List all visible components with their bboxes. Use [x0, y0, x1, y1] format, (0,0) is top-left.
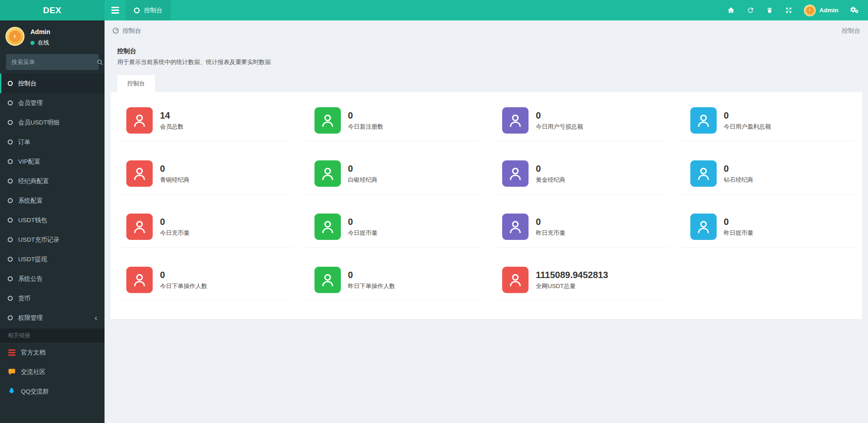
- user-icon: [132, 166, 147, 181]
- stat-label: 全网USDT总量: [536, 282, 608, 290]
- stat-value: 0: [348, 164, 378, 174]
- stat-text: 0 白银经纪商: [348, 164, 378, 184]
- stat-card-today-user-loss: 0 今日用户亏损总额: [493, 107, 668, 141]
- stat-value: 0: [724, 110, 771, 121]
- sidebar-item-console[interactable]: 控制台: [0, 74, 105, 93]
- stat-card-gold-brokers: 0 黄金经纪商: [493, 160, 668, 194]
- stat-value: 0: [536, 164, 565, 174]
- user-icon-badge: [502, 267, 529, 293]
- sidebar-link-label: QQ交流群: [21, 388, 49, 396]
- topbar-tab-console[interactable]: 控制台: [125, 0, 171, 20]
- user-icon: [508, 272, 523, 288]
- sidebar-item-currency[interactable]: 货币: [0, 289, 105, 308]
- sidebar-section-header: 相关链接: [0, 328, 105, 343]
- panel-description: 用于展示当前系统中的统计数据、统计报表及重要实时数据: [117, 58, 855, 66]
- tab-content: 14 会员总数 0 今日新注册数 0 今日用户亏损总额: [110, 92, 862, 319]
- user-icon-badge: [690, 107, 717, 134]
- lightning-icon: [12, 33, 18, 40]
- sidebar-toggle-button[interactable]: [105, 0, 125, 20]
- qq-penguin-icon: [8, 388, 15, 395]
- main-content: 控制台 控制台 控制台 用于展示当前系统中的统计数据、统计报表及重要实时数据 控…: [105, 20, 868, 423]
- stat-text: 0 今日下单操作人数: [160, 270, 207, 290]
- circle-icon: [8, 159, 13, 164]
- sidebar-item-member-usdt-detail[interactable]: 会员USDT明细: [0, 113, 105, 132]
- stat-label: 今日充币量: [160, 229, 190, 237]
- user-icon: [320, 272, 335, 288]
- sidebar-item-announcements[interactable]: 系统公告: [0, 269, 105, 289]
- user-icon: [696, 166, 711, 181]
- stat-card-today-order-users: 0 今日下单操作人数: [117, 267, 292, 301]
- tab-console[interactable]: 控制台: [117, 75, 155, 92]
- user-icon-badge: [314, 107, 341, 134]
- sidebar-item-vip-config[interactable]: VIP配置: [0, 152, 105, 171]
- trash-icon: [766, 6, 773, 14]
- sidebar-user-avatar: [5, 27, 25, 46]
- sidebar-item-usdt-wallet[interactable]: USDT钱包: [0, 210, 105, 230]
- stat-card-today-withdraw-volume: 0 今日提币量: [305, 214, 480, 248]
- fullscreen-button[interactable]: [779, 0, 798, 20]
- topbar-actions: Admin: [721, 0, 868, 20]
- stat-label: 昨日充币量: [536, 229, 565, 237]
- stat-value: 0: [160, 164, 190, 174]
- user-icon: [132, 219, 147, 234]
- user-avatar: [804, 5, 816, 16]
- sidebar-link-community[interactable]: 交流社区: [0, 362, 105, 382]
- brand-logo[interactable]: DEX: [0, 0, 105, 20]
- sidebar-item-system-config[interactable]: 系统配置: [0, 191, 105, 210]
- sidebar-item-broker-config[interactable]: 经纪商配置: [0, 171, 105, 191]
- stat-card-today-deposit-volume: 0 今日充币量: [117, 214, 292, 248]
- stat-text: 1115089.9452813 全网USDT总量: [536, 270, 608, 290]
- sidebar-link-official-docs[interactable]: 官方文档: [0, 343, 105, 362]
- user-icon: [508, 113, 523, 128]
- stats-grid: 14 会员总数 0 今日新注册数 0 今日用户亏损总额: [110, 107, 862, 301]
- stat-label: 黄金经纪商: [536, 176, 565, 184]
- circle-icon: [8, 100, 13, 105]
- search-submit-button[interactable]: [97, 59, 103, 65]
- user-icon: [132, 113, 147, 128]
- online-status-label: 在线: [38, 39, 49, 47]
- trash-button[interactable]: [760, 0, 779, 20]
- sidebar-item-usdt-withdraw[interactable]: USDT提现: [0, 249, 105, 269]
- chevron-left-icon: ‹: [95, 314, 97, 322]
- sidebar-link-qq-group[interactable]: QQ交流群: [0, 382, 105, 401]
- stat-label: 钻石经纪商: [724, 176, 753, 184]
- stat-value: 0: [160, 270, 207, 280]
- user-icon-badge: [690, 160, 717, 187]
- user-icon-badge: [314, 214, 341, 240]
- stat-label: 今日用户盈利总额: [724, 123, 771, 131]
- sidebar-user-status: 在线: [30, 39, 50, 47]
- sidebar-item-members[interactable]: 会员管理: [0, 93, 105, 113]
- doc-list-icon: [8, 349, 15, 356]
- home-button[interactable]: [721, 0, 741, 20]
- sidebar-item-usdt-deposit-records[interactable]: USDT充币记录: [0, 230, 105, 249]
- expand-arrows-icon: [785, 6, 793, 14]
- stat-value: 0: [536, 110, 583, 121]
- user-icon-badge: [126, 267, 153, 293]
- breadcrumb-label: 控制台: [123, 27, 141, 35]
- user-icon-badge: [126, 214, 153, 240]
- settings-button[interactable]: [844, 0, 864, 20]
- app-root: DEX 控制台: [0, 0, 868, 423]
- circle-icon: [8, 179, 13, 184]
- user-icon-badge: [126, 160, 153, 187]
- cogs-icon: [850, 6, 858, 14]
- menu-search-input[interactable]: [6, 59, 97, 65]
- sidebar-item-permissions[interactable]: 权限管理 ‹: [0, 308, 105, 328]
- topbar-user-menu[interactable]: Admin: [798, 5, 844, 16]
- stat-label: 青铜经纪商: [160, 176, 190, 184]
- sidebar-item-orders[interactable]: 订单: [0, 132, 105, 152]
- stat-value: 0: [348, 110, 384, 121]
- user-icon-badge: [502, 107, 529, 134]
- dashboard-gauge-icon: [112, 27, 119, 34]
- comment-icon: [8, 368, 15, 375]
- breadcrumb-right-label[interactable]: 控制台: [842, 27, 861, 35]
- stat-card-network-usdt-total: 1115089.9452813 全网USDT总量: [493, 267, 668, 301]
- user-icon: [132, 272, 147, 288]
- stat-value: 14: [160, 110, 184, 121]
- refresh-button[interactable]: [741, 0, 760, 20]
- stat-text: 0 昨日提币量: [724, 217, 753, 237]
- sidebar-link-label: 交流社区: [21, 368, 45, 376]
- menu-item-label: 订单: [18, 138, 30, 146]
- user-icon: [508, 166, 523, 181]
- menu-item-label: 会员管理: [18, 99, 43, 107]
